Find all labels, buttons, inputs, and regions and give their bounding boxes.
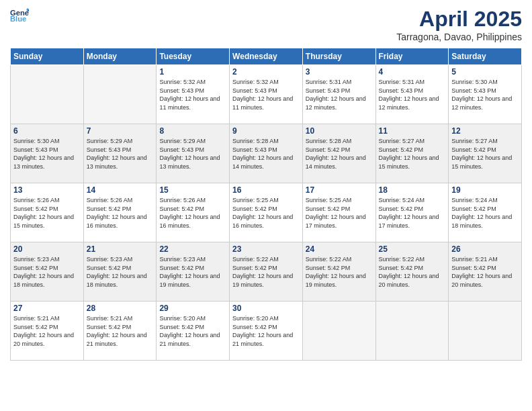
col-tuesday: Tuesday xyxy=(157,48,230,65)
day-number: 26 xyxy=(451,244,519,254)
day-info: Sunrise: 5:23 AM Sunset: 5:42 PM Dayligh… xyxy=(87,255,154,289)
day-info: Sunrise: 5:23 AM Sunset: 5:42 PM Dayligh… xyxy=(13,255,81,289)
calendar-cell: 21Sunrise: 5:23 AM Sunset: 5:42 PM Dayli… xyxy=(83,242,157,302)
day-info: Sunrise: 5:20 AM Sunset: 5:42 PM Dayligh… xyxy=(159,314,226,348)
calendar-cell: 10Sunrise: 5:28 AM Sunset: 5:42 PM Dayli… xyxy=(302,124,375,183)
logo-icon: General Blue xyxy=(10,7,29,26)
day-info: Sunrise: 5:31 AM Sunset: 5:43 PM Dayligh… xyxy=(379,78,446,111)
day-number: 30 xyxy=(232,304,300,313)
calendar-cell: 18Sunrise: 5:24 AM Sunset: 5:42 PM Dayli… xyxy=(375,183,449,242)
calendar-cell: 8Sunrise: 5:29 AM Sunset: 5:43 PM Daylig… xyxy=(157,124,230,183)
day-info: Sunrise: 5:27 AM Sunset: 5:42 PM Dayligh… xyxy=(379,137,446,171)
calendar-week-row: 6Sunrise: 5:30 AM Sunset: 5:43 PM Daylig… xyxy=(11,124,522,183)
day-info: Sunrise: 5:20 AM Sunset: 5:42 PM Dayligh… xyxy=(232,314,300,348)
calendar-cell: 15Sunrise: 5:26 AM Sunset: 5:42 PM Dayli… xyxy=(157,183,230,242)
day-number: 24 xyxy=(306,244,373,254)
day-info: Sunrise: 5:22 AM Sunset: 5:42 PM Dayligh… xyxy=(379,255,446,289)
day-number: 16 xyxy=(232,185,300,195)
day-number: 3 xyxy=(306,67,373,77)
logo: General Blue xyxy=(10,7,29,26)
day-info: Sunrise: 5:24 AM Sunset: 5:42 PM Dayligh… xyxy=(379,196,446,230)
calendar-cell: 5Sunrise: 5:30 AM Sunset: 5:43 PM Daylig… xyxy=(449,65,522,124)
calendar-week-row: 20Sunrise: 5:23 AM Sunset: 5:42 PM Dayli… xyxy=(11,242,522,302)
calendar-cell: 12Sunrise: 5:27 AM Sunset: 5:42 PM Dayli… xyxy=(449,124,522,183)
calendar-cell xyxy=(83,65,157,124)
day-number: 7 xyxy=(87,126,154,136)
day-number: 13 xyxy=(13,185,81,195)
day-info: Sunrise: 5:29 AM Sunset: 5:43 PM Dayligh… xyxy=(159,137,226,171)
calendar-cell: 7Sunrise: 5:29 AM Sunset: 5:43 PM Daylig… xyxy=(83,124,157,183)
day-number: 23 xyxy=(232,244,300,254)
calendar-cell: 29Sunrise: 5:20 AM Sunset: 5:42 PM Dayli… xyxy=(157,302,230,361)
calendar-week-row: 1Sunrise: 5:32 AM Sunset: 5:43 PM Daylig… xyxy=(11,65,522,124)
calendar-cell: 6Sunrise: 5:30 AM Sunset: 5:43 PM Daylig… xyxy=(11,124,84,183)
day-info: Sunrise: 5:26 AM Sunset: 5:42 PM Dayligh… xyxy=(13,196,81,230)
calendar-cell: 24Sunrise: 5:22 AM Sunset: 5:42 PM Dayli… xyxy=(302,242,375,302)
day-info: Sunrise: 5:28 AM Sunset: 5:43 PM Dayligh… xyxy=(232,137,300,171)
day-number: 9 xyxy=(232,126,300,136)
calendar-cell: 1Sunrise: 5:32 AM Sunset: 5:43 PM Daylig… xyxy=(157,65,230,124)
calendar-cell: 2Sunrise: 5:32 AM Sunset: 5:43 PM Daylig… xyxy=(230,65,303,124)
day-number: 4 xyxy=(379,67,446,77)
calendar-cell: 9Sunrise: 5:28 AM Sunset: 5:43 PM Daylig… xyxy=(230,124,303,183)
day-number: 1 xyxy=(159,67,226,77)
day-info: Sunrise: 5:32 AM Sunset: 5:43 PM Dayligh… xyxy=(159,78,226,111)
day-number: 11 xyxy=(379,126,446,136)
calendar-cell: 3Sunrise: 5:31 AM Sunset: 5:43 PM Daylig… xyxy=(302,65,375,124)
col-friday: Friday xyxy=(375,48,449,65)
day-info: Sunrise: 5:21 AM Sunset: 5:42 PM Dayligh… xyxy=(13,314,81,348)
calendar-cell xyxy=(375,302,449,361)
col-saturday: Saturday xyxy=(449,48,522,65)
calendar-cell: 26Sunrise: 5:21 AM Sunset: 5:42 PM Dayli… xyxy=(449,242,522,302)
day-number: 21 xyxy=(87,244,154,254)
day-info: Sunrise: 5:22 AM Sunset: 5:42 PM Dayligh… xyxy=(232,255,300,289)
day-info: Sunrise: 5:31 AM Sunset: 5:43 PM Dayligh… xyxy=(306,78,373,111)
day-info: Sunrise: 5:22 AM Sunset: 5:42 PM Dayligh… xyxy=(306,255,373,289)
page-header: General Blue April 2025 Tarragona, Davao… xyxy=(10,7,522,42)
day-info: Sunrise: 5:24 AM Sunset: 5:42 PM Dayligh… xyxy=(451,196,519,230)
day-number: 20 xyxy=(13,244,81,254)
day-number: 15 xyxy=(159,185,226,195)
col-monday: Monday xyxy=(83,48,157,65)
day-info: Sunrise: 5:25 AM Sunset: 5:42 PM Dayligh… xyxy=(232,196,300,230)
day-number: 2 xyxy=(232,67,300,77)
calendar-table: Sunday Monday Tuesday Wednesday Thursday… xyxy=(10,48,522,361)
calendar-cell: 23Sunrise: 5:22 AM Sunset: 5:42 PM Dayli… xyxy=(230,242,303,302)
day-number: 25 xyxy=(379,244,446,254)
calendar-cell: 11Sunrise: 5:27 AM Sunset: 5:42 PM Dayli… xyxy=(375,124,449,183)
calendar-cell: 25Sunrise: 5:22 AM Sunset: 5:42 PM Dayli… xyxy=(375,242,449,302)
day-info: Sunrise: 5:26 AM Sunset: 5:42 PM Dayligh… xyxy=(87,196,154,230)
calendar-cell: 30Sunrise: 5:20 AM Sunset: 5:42 PM Dayli… xyxy=(230,302,303,361)
day-number: 19 xyxy=(451,185,519,195)
calendar-cell: 28Sunrise: 5:21 AM Sunset: 5:42 PM Dayli… xyxy=(83,302,157,361)
calendar-cell: 22Sunrise: 5:23 AM Sunset: 5:42 PM Dayli… xyxy=(157,242,230,302)
day-number: 10 xyxy=(306,126,373,136)
calendar-cell: 17Sunrise: 5:25 AM Sunset: 5:42 PM Dayli… xyxy=(302,183,375,242)
col-thursday: Thursday xyxy=(302,48,375,65)
svg-text:Blue: Blue xyxy=(10,15,26,23)
day-info: Sunrise: 5:25 AM Sunset: 5:42 PM Dayligh… xyxy=(306,196,373,230)
calendar-cell: 14Sunrise: 5:26 AM Sunset: 5:42 PM Dayli… xyxy=(83,183,157,242)
calendar-week-row: 27Sunrise: 5:21 AM Sunset: 5:42 PM Dayli… xyxy=(11,302,522,361)
day-info: Sunrise: 5:30 AM Sunset: 5:43 PM Dayligh… xyxy=(451,78,519,111)
day-number: 6 xyxy=(13,126,81,136)
title-block: April 2025 Tarragona, Davao, Philippines xyxy=(396,7,522,42)
day-number: 14 xyxy=(87,185,154,195)
calendar-cell xyxy=(449,302,522,361)
day-info: Sunrise: 5:21 AM Sunset: 5:42 PM Dayligh… xyxy=(451,255,519,289)
day-number: 27 xyxy=(13,304,81,313)
col-sunday: Sunday xyxy=(11,48,84,65)
day-number: 22 xyxy=(159,244,226,254)
calendar-cell: 19Sunrise: 5:24 AM Sunset: 5:42 PM Dayli… xyxy=(449,183,522,242)
day-number: 28 xyxy=(87,304,154,313)
day-number: 17 xyxy=(306,185,373,195)
day-info: Sunrise: 5:21 AM Sunset: 5:42 PM Dayligh… xyxy=(87,314,154,348)
calendar-cell xyxy=(11,65,84,124)
day-number: 29 xyxy=(159,304,226,313)
day-info: Sunrise: 5:32 AM Sunset: 5:43 PM Dayligh… xyxy=(232,78,300,111)
calendar-cell: 27Sunrise: 5:21 AM Sunset: 5:42 PM Dayli… xyxy=(11,302,84,361)
calendar-cell: 13Sunrise: 5:26 AM Sunset: 5:42 PM Dayli… xyxy=(11,183,84,242)
calendar-cell: 4Sunrise: 5:31 AM Sunset: 5:43 PM Daylig… xyxy=(375,65,449,124)
calendar-header-row: Sunday Monday Tuesday Wednesday Thursday… xyxy=(11,48,522,65)
day-info: Sunrise: 5:26 AM Sunset: 5:42 PM Dayligh… xyxy=(159,196,226,230)
